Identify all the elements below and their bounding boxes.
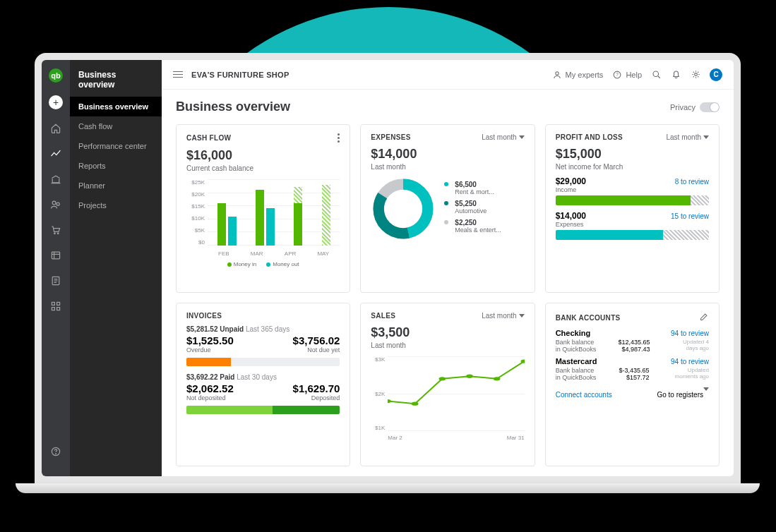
help-link[interactable]: ? Help — [611, 69, 642, 80]
invoices-unpaid-bar — [186, 358, 340, 366]
cashflow-card: CASH FLOW $16,000 Current cash balance $… — [176, 124, 350, 293]
bell-icon[interactable] — [670, 69, 681, 80]
svg-point-20 — [388, 399, 391, 403]
inv-overdue: $1,525.50 — [186, 334, 234, 346]
banking-icon[interactable] — [49, 173, 62, 186]
sidenav-item[interactable]: Projects — [70, 195, 162, 215]
svg-point-11 — [56, 454, 56, 454]
side-nav: Business overview Business overviewCash … — [70, 60, 162, 476]
invoices-title: INVOICES — [186, 312, 222, 320]
svg-point-1 — [56, 202, 59, 205]
svg-point-0 — [52, 201, 56, 205]
review-link[interactable]: 94 to review — [671, 358, 709, 365]
help-label: Help — [626, 71, 642, 79]
pl-amount: $15,000 — [556, 147, 709, 162]
kebab-icon[interactable] — [338, 133, 340, 143]
icon-rail: qb + — [42, 60, 70, 476]
pencil-icon[interactable] — [698, 312, 709, 323]
pl-title: PROFIT AND LOSS — [556, 133, 623, 141]
cashflow-amount: $16,000 — [186, 148, 340, 163]
svg-rect-7 — [57, 302, 60, 305]
privacy-label: Privacy — [670, 103, 696, 111]
review-link[interactable]: 8 to review — [675, 178, 709, 186]
review-link[interactable]: 94 to review — [671, 330, 709, 337]
svg-point-24 — [494, 377, 501, 380]
inv-dep: $1,629.70 — [293, 382, 340, 394]
chevron-down-icon — [703, 135, 709, 139]
sidenav-item[interactable]: Cash flow — [70, 116, 162, 136]
apps-icon[interactable] — [49, 300, 62, 313]
company-name: EVA'S FURNITURE SHOP — [191, 71, 289, 79]
my-experts-label: My experts — [566, 71, 604, 79]
review-link[interactable]: 15 to review — [671, 212, 709, 220]
expenses-card: EXPENSES Last month $14,000 Last month $… — [360, 124, 535, 293]
sales-title: SALES — [371, 312, 395, 320]
pl-range[interactable]: Last month — [667, 133, 709, 141]
sidenav-item[interactable]: Reports — [70, 156, 162, 176]
goto-registers-link[interactable]: Go to registers — [657, 391, 709, 399]
svg-point-3 — [57, 233, 59, 234]
sales-chart: $3K$2K$1K Mar 2Mar 31 — [371, 356, 524, 441]
workers-icon[interactable] — [49, 249, 62, 262]
qb-logo-icon: qb — [49, 68, 63, 83]
sidenav-item[interactable]: Performance center — [70, 136, 162, 156]
svg-rect-6 — [52, 302, 54, 305]
page-title: Business overview — [176, 99, 290, 114]
expenses-list: $6,500Rent & mort...$5,250Automotive$2,2… — [444, 181, 501, 238]
svg-point-16 — [694, 73, 697, 76]
sidenav-item[interactable]: Planner — [70, 176, 162, 195]
privacy-toggle[interactable]: Privacy — [670, 102, 720, 112]
inv-notdue: $3,756.02 — [293, 334, 340, 346]
pl-sub: Net income for March — [556, 163, 709, 171]
expenses-range[interactable]: Last month — [482, 133, 524, 141]
reports-icon[interactable] — [49, 274, 62, 287]
bank-title: BANK ACCOUNTS — [556, 314, 621, 322]
svg-rect-4 — [52, 252, 59, 259]
topbar: EVA'S FURNITURE SHOP My experts ? Help C — [162, 60, 734, 90]
pl-card: PROFIT AND LOSS Last month $15,000 Net i… — [545, 124, 720, 293]
connect-accounts-link[interactable]: Connect accounts — [556, 391, 612, 399]
chevron-down-icon — [703, 387, 709, 399]
svg-text:?: ? — [616, 72, 619, 77]
home-icon[interactable] — [49, 122, 62, 135]
svg-point-2 — [54, 233, 56, 234]
avatar[interactable]: C — [710, 68, 722, 81]
expenses-donut — [371, 176, 436, 241]
svg-point-12 — [555, 71, 558, 74]
search-icon[interactable] — [650, 69, 662, 80]
cart-icon[interactable] — [49, 224, 62, 236]
sales-card: SALES Last month $3,500 Last month $3K$2… — [360, 303, 535, 466]
sales-amount: $3,500 — [371, 325, 524, 340]
my-experts-link[interactable]: My experts — [551, 69, 604, 80]
cashflow-chart: $25K$20K$15K$10K$5K$0 FEBMARAPRMAY — [186, 179, 340, 257]
inv-notdep: $2,062.52 — [186, 382, 234, 394]
svg-point-23 — [466, 375, 473, 378]
svg-point-21 — [412, 401, 419, 405]
toggle-icon — [700, 102, 720, 112]
person-icon — [551, 69, 563, 80]
sidenav-item[interactable]: Business overview — [70, 97, 162, 116]
expenses-title: EXPENSES — [371, 133, 410, 141]
new-button[interactable]: + — [49, 95, 63, 109]
cashflow-legend: Money in Money out — [186, 261, 340, 267]
svg-point-22 — [439, 377, 446, 380]
invoices-paid-bar — [186, 406, 340, 414]
svg-rect-9 — [57, 308, 60, 310]
help-icon: ? — [611, 69, 623, 80]
chevron-down-icon — [519, 135, 525, 139]
expenses-amount: $14,000 — [371, 147, 524, 162]
invoices-card: INVOICES $5,281.52 Unpaid Last 365 days … — [176, 303, 350, 466]
svg-point-15 — [653, 71, 659, 77]
gear-icon[interactable] — [690, 69, 701, 80]
sidenav-header: Business overview — [70, 60, 162, 97]
menu-toggle-icon[interactable] — [173, 69, 183, 80]
bank-card: BANK ACCOUNTS Checking94 to review Bank … — [545, 303, 720, 466]
help-rail-icon[interactable] — [49, 445, 62, 458]
svg-rect-8 — [52, 308, 54, 310]
sales-sub: Last month — [371, 341, 524, 349]
cashflow-sub: Current cash balance — [186, 164, 340, 172]
overview-icon[interactable] — [49, 147, 62, 160]
cashflow-title: CASH FLOW — [186, 134, 231, 142]
customers-icon[interactable] — [49, 198, 62, 211]
sales-range[interactable]: Last month — [482, 312, 524, 320]
